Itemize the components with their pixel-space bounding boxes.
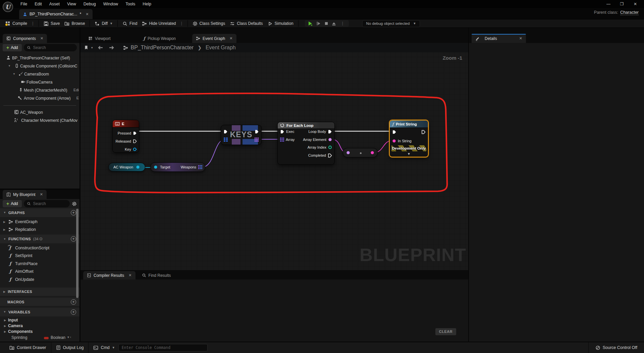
pin-completed[interactable]: Completed (308, 153, 332, 158)
components-tab-close-icon[interactable]: ✕ (40, 36, 43, 41)
bookmark-dropdown-icon[interactable]: ▾ (91, 46, 93, 49)
tab-components[interactable]: Components ✕ (3, 34, 47, 43)
menu-edit[interactable]: Edit (31, 0, 46, 8)
exec-pin-icon[interactable] (255, 130, 259, 134)
compile-button[interactable]: Compile (3, 20, 30, 27)
function-row[interactable]: ƒ SetSprint (0, 252, 79, 260)
frame-skip-icon[interactable] (316, 21, 321, 26)
output-log-button[interactable]: Output Log (51, 342, 89, 353)
cmd-selector[interactable]: Cmd ▼ (89, 342, 115, 353)
expand-arrow-icon[interactable]: ▶ (3, 290, 5, 293)
play-options-icon[interactable]: ⋮ (339, 21, 346, 26)
settings-gear-icon[interactable] (72, 201, 77, 206)
pin-exec-out[interactable] (421, 129, 426, 135)
browse-button[interactable]: Browse (62, 20, 87, 27)
function-row[interactable]: ƒ TurnInPlace (0, 260, 79, 268)
add-component-button[interactable]: +Add (3, 44, 22, 51)
collapse-arrow-icon[interactable]: ▼ (3, 211, 6, 214)
node-get-ac-weapon[interactable]: AC Weapon (108, 163, 145, 171)
clear-button[interactable]: CLEAR (435, 328, 456, 335)
compiler-tab-close-icon[interactable]: ✕ (128, 273, 131, 278)
graph-row-replication[interactable]: ▶ Replication (0, 225, 79, 234)
section-graphs[interactable]: ▼ GRAPHS + (0, 208, 79, 217)
close-icon[interactable]: ✕ (629, 1, 642, 7)
pin-loop-body[interactable]: Loop Body (308, 129, 332, 134)
menu-tools[interactable]: Tools (122, 0, 139, 8)
scrollbar-thumb[interactable] (76, 209, 78, 298)
pin-pressed[interactable]: Pressed (118, 131, 137, 136)
back-arrow-icon[interactable] (98, 45, 103, 50)
hide-unrelated-options-icon[interactable]: ⋮ (178, 21, 185, 26)
add-function-icon[interactable]: + (71, 236, 76, 242)
pin-in-string[interactable]: In String (392, 138, 412, 144)
pin-exec-in[interactable] (392, 129, 396, 135)
add-graph-icon[interactable]: + (71, 210, 76, 215)
asset-tab-close-icon[interactable]: ✕ (86, 12, 89, 16)
content-drawer-button[interactable]: Content Drawer (5, 342, 51, 353)
node-get-weapons[interactable]: Target Weapons (150, 162, 205, 172)
diff-button[interactable]: Diff ▼ (92, 20, 115, 27)
diff-dropdown-icon[interactable]: ▼ (110, 22, 113, 25)
debug-object-select[interactable]: No debug object selected ▼ (362, 20, 420, 27)
console-command-input[interactable]: Enter Console Command (118, 344, 208, 351)
tab-compiler-results[interactable]: Compiler Results ✕ (83, 271, 136, 280)
unreal-logo-icon[interactable]: U (3, 2, 13, 12)
function-row[interactable]: ƒ AimOffset (0, 267, 79, 275)
save-button[interactable]: Save (41, 20, 62, 27)
component-row-arrow[interactable]: Arrow Component (Arrow) E (0, 94, 79, 102)
add-blueprint-item-button[interactable]: +Add (3, 200, 22, 207)
variable-row-sprinting[interactable]: Sprinting Boolean ▾ ‹ (0, 334, 79, 342)
event-graph-tab-close-icon[interactable]: ✕ (229, 36, 232, 41)
add-variable-icon[interactable]: + (71, 309, 76, 315)
menu-debug[interactable]: Debug (80, 0, 100, 8)
tab-pickup-weapon[interactable]: ƒ Pickup Weapon (140, 34, 179, 43)
variable-category-input[interactable]: ▶ Input (0, 317, 79, 323)
expand-arrow-icon[interactable]: ▼ (8, 64, 11, 67)
graph-row-eventgraph[interactable]: ▶ EventGraph (0, 218, 79, 226)
component-row-mesh[interactable]: Mesh (CharacterMesh0) Edi (0, 86, 79, 94)
simulation-button[interactable]: Simulation (265, 20, 296, 27)
component-row-charmovement[interactable]: Character Movement (CharMov (0, 116, 79, 124)
stop-icon[interactable] (324, 21, 328, 26)
pin-array-in[interactable]: Array (280, 137, 294, 142)
component-row-followcamera[interactable]: FollowCamera (0, 78, 79, 86)
asset-tab[interactable]: BP_ThirdPersonCharac... * ✕ (19, 9, 93, 19)
section-interfaces[interactable]: ▶ INTERFACES (0, 288, 79, 296)
section-functions[interactable]: ▼ FUNCTIONS (34 O + (0, 235, 79, 243)
expand-arrow-icon[interactable]: ▶ (4, 330, 6, 333)
function-row[interactable]: ƒ ConstructionScript (0, 244, 79, 252)
add-macro-icon[interactable]: + (71, 299, 76, 305)
menu-view[interactable]: View (63, 0, 80, 8)
variable-category-components[interactable]: ▶ Components (0, 329, 79, 334)
forward-arrow-icon[interactable] (109, 45, 114, 50)
hide-unrelated-button[interactable]: Hide Unrelated (140, 20, 178, 27)
exec-pin-icon[interactable] (223, 130, 228, 134)
my-blueprint-tab-close-icon[interactable]: ✕ (40, 192, 43, 197)
parent-class-link[interactable]: Character (620, 10, 639, 15)
section-macros[interactable]: MACROS + (0, 298, 79, 306)
tab-find-results[interactable]: Find Results (138, 271, 175, 280)
minimize-icon[interactable]: — (602, 1, 615, 7)
event-graph-canvas[interactable]: ▾ BP_ThirdPersonCharacter ❯ Event Graph … (80, 43, 468, 270)
map-pin-icon[interactable] (224, 138, 228, 142)
source-control-button[interactable]: Source Control Off (589, 342, 644, 353)
expand-arrow-icon[interactable]: ▶ (3, 220, 5, 223)
node-key-to-string[interactable] (343, 148, 378, 157)
bookmark-icon[interactable] (84, 45, 89, 50)
variable-widget-icons[interactable]: ▾ ‹ (67, 335, 71, 339)
node-print-string[interactable]: ƒ Print String In String Development Onl… (389, 120, 429, 157)
expand-arrow-icon[interactable]: ▼ (13, 72, 15, 75)
edit-link[interactable]: Edi (72, 88, 79, 92)
node-expand-chevron-icon[interactable]: ▼ (390, 152, 428, 156)
pin-released[interactable]: Released (116, 139, 137, 144)
breadcrumb-root[interactable]: BP_ThirdPersonCharacter (131, 45, 194, 51)
components-search-input[interactable]: Search (24, 44, 77, 51)
my-blueprint-search-input[interactable]: Search (24, 200, 70, 207)
menu-asset[interactable]: Asset (46, 0, 63, 8)
array-pin-icon[interactable] (255, 138, 259, 142)
find-button[interactable]: Find (120, 20, 140, 27)
expand-arrow-icon[interactable]: ▶ (4, 319, 6, 322)
function-row[interactable]: ƒ OnUpdate (0, 275, 79, 284)
tab-my-blueprint[interactable]: My Blueprint ✕ (3, 190, 47, 199)
node-map-keys[interactable]: KEYS (221, 125, 262, 145)
